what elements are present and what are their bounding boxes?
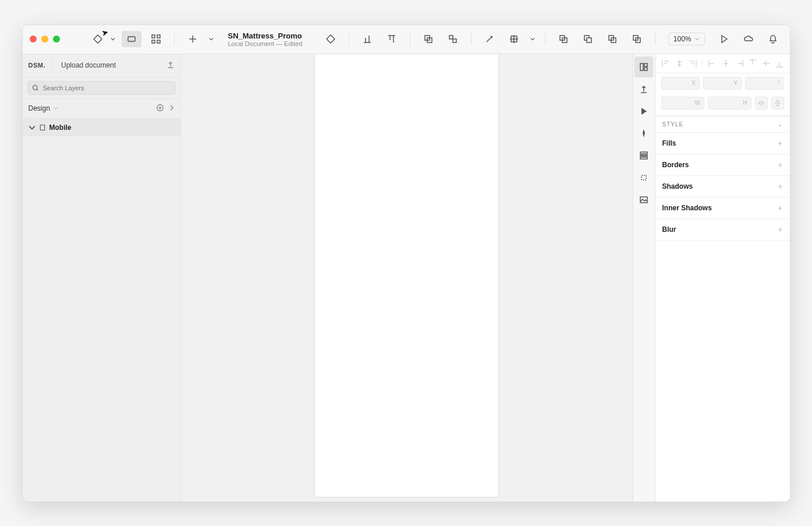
y-field[interactable]: Y [703,77,742,90]
notifications-button[interactable] [763,31,783,47]
plugins-tab[interactable] [634,123,653,144]
artboard-icon [39,124,46,131]
symbols-tool-button[interactable] [146,31,166,47]
add-border-button[interactable]: + [778,160,782,170]
canvas[interactable] [181,54,633,502]
create-symbol-button[interactable] [321,31,341,47]
layer-item-mobile[interactable]: Mobile [23,119,180,136]
insert-button[interactable] [183,31,203,47]
add-shadow-button[interactable]: + [778,182,782,191]
shadows-row[interactable]: Shadows+ [655,176,790,197]
svg-point-29 [702,61,703,62]
inspect-tab[interactable] [634,57,653,77]
minimize-window-button[interactable] [41,36,48,43]
chevron-down-icon [29,124,36,131]
inspector-panel: X Y ° W H STYLE ⌄ Fills+ Borders+ Shadow [655,54,790,502]
zoom-control[interactable]: 100% [668,33,705,45]
svg-point-31 [702,65,703,66]
dsm-label[interactable]: DSM. [29,62,46,69]
distribute-center-icon[interactable] [721,59,731,68]
align-vcenter-icon[interactable] [761,59,771,68]
artboard-tool-button[interactable] [122,31,141,47]
traffic-lights [30,36,60,43]
add-fill-button[interactable]: + [778,139,782,148]
add-page-button[interactable] [156,104,164,114]
layout-tab[interactable] [634,145,653,166]
right-tool-strip [633,54,655,502]
resize-dropdown[interactable] [529,31,537,47]
distribute-right-icon[interactable] [735,59,744,68]
difference-button[interactable] [627,31,647,47]
align-top-button[interactable] [382,31,402,47]
add-inner-shadow-button[interactable]: + [778,203,782,213]
search-layers-input[interactable] [27,81,176,95]
align-divider [701,59,704,68]
upload-document-button[interactable]: Upload document [58,61,161,69]
fills-row[interactable]: Fills+ [655,133,790,154]
artboard-mobile[interactable] [315,54,498,497]
slice-tab[interactable] [634,167,653,188]
align-left-icon[interactable] [661,59,671,68]
svg-rect-21 [640,63,643,70]
align-right-icon[interactable] [688,59,697,68]
document-title-block: SN_Mattress_Promo Local Document — Edite… [224,31,303,47]
svg-rect-23 [644,68,647,70]
svg-rect-27 [641,175,646,180]
inner-shadows-row[interactable]: Inner Shadows+ [655,197,790,219]
svg-rect-2 [157,35,160,38]
chevron-down-icon: ⌄ [778,121,783,128]
svg-rect-25 [640,155,647,156]
maximize-window-button[interactable] [53,36,60,43]
shape-tool-dropdown[interactable] [109,31,117,47]
titlebar: ➤ SN_Mattress_Promo Local Document — Edi… [23,25,790,54]
group-button[interactable] [419,31,438,47]
distribute-left-icon[interactable] [708,59,717,68]
shape-tool-button[interactable] [88,31,108,47]
page-selector[interactable]: Design [23,99,180,119]
subtract-button[interactable] [578,31,598,47]
style-section-header[interactable]: STYLE ⌄ [655,116,790,133]
w-field[interactable]: W [661,97,705,110]
svg-rect-7 [449,36,453,39]
align-bottom-button[interactable] [357,31,377,47]
document-title: SN_Mattress_Promo [228,31,303,40]
x-field[interactable]: X [661,77,700,90]
zoom-level: 100% [673,35,692,43]
h-field[interactable]: H [708,97,751,110]
cloud-button[interactable] [739,31,758,47]
svg-rect-22 [644,63,647,66]
svg-rect-0 [128,37,135,41]
flip-v-button[interactable] [771,97,784,110]
edit-button[interactable] [480,31,499,47]
svg-rect-4 [157,40,160,43]
rotation-field[interactable]: ° [745,77,783,90]
intersect-button[interactable] [602,31,622,47]
insert-dropdown[interactable] [207,31,215,47]
ungroup-button[interactable] [443,31,463,47]
layer-label: Mobile [49,123,72,132]
prototype-tab[interactable] [634,101,653,122]
align-top-icon[interactable] [748,59,757,68]
align-center-icon[interactable] [675,59,684,68]
export-tab[interactable] [634,79,653,100]
align-controls [655,54,790,73]
add-blur-button[interactable]: + [778,225,782,234]
svg-rect-3 [152,40,155,43]
upload-icon[interactable] [166,61,175,70]
align-bottom-icon[interactable] [775,59,784,68]
blur-row[interactable]: Blur+ [655,219,790,241]
expand-pages-button[interactable] [169,104,175,112]
borders-row[interactable]: Borders+ [655,154,790,176]
union-button[interactable] [554,31,573,47]
svg-point-18 [33,85,37,90]
svg-rect-13 [587,38,591,43]
svg-rect-20 [40,125,45,130]
svg-rect-24 [640,152,647,154]
close-window-button[interactable] [30,36,37,43]
preview-button[interactable] [714,31,734,47]
flip-h-button[interactable] [755,97,768,110]
svg-rect-26 [640,157,647,159]
resize-tool-button[interactable] [504,31,524,47]
search-icon [32,84,39,91]
image-tab[interactable] [634,189,653,210]
